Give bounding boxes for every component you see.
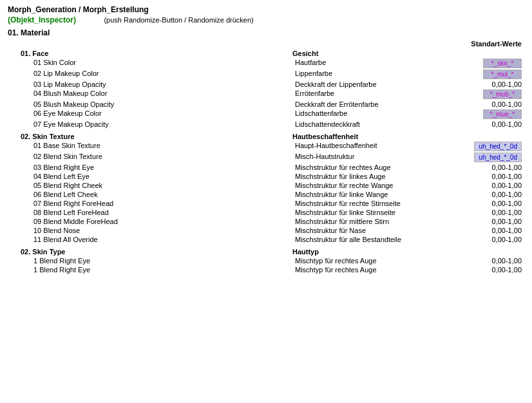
- skin-texture-item-4: 04 Blend Left Eye Mischstruktur für link…: [8, 172, 524, 181]
- skin-texture-item-3: 03 Blend Right Eye Mischstruktur für rec…: [8, 163, 524, 172]
- face-german-label: Gesicht: [292, 50, 318, 57]
- skin-type-item-2: 1 Blend Right Eye Mischtyp für rechtes A…: [8, 265, 524, 274]
- skin-texture-section-row: 02. Skin Texture Hautbeschaffenheit: [8, 129, 524, 141]
- skin-texture-item-11: 11 Blend All Overide Mischstruktur für a…: [8, 235, 524, 244]
- face-item-7: 07 Eye Makeup Opacity Lidschattendeckkra…: [8, 120, 524, 129]
- skin-type-label: 02. Skin Type: [21, 248, 66, 256]
- face-section-row: 01. Face Gesicht: [8, 49, 524, 58]
- skin-texture-item-1: 01 Base Skin Texture Haupt-Hautbeschaffe…: [8, 141, 524, 152]
- title-line: Morph_Generation / Morph_Erstellung: [8, 5, 524, 14]
- hint-text: (push Randomize-Button / Randomize drück…: [104, 16, 253, 24]
- badge-mul: *_mul_*: [483, 70, 522, 79]
- face-item-3: 03 Lip Makeup Opacity Deckkraft der Lipp…: [8, 80, 524, 89]
- skin-texture-item-8: 08 Blend Left ForeHead Mischstruktur für…: [8, 208, 524, 217]
- title-text: Morph_Generation / Morph_Erstellung: [8, 5, 149, 14]
- badge-skn: *_skn_*: [483, 59, 522, 68]
- skin-type-section-row: 02. Skin Type Hauttyp: [8, 244, 524, 256]
- subtitle-line: (Objekt_Inspector) (push Randomize-Butto…: [8, 15, 524, 24]
- face-item-5: 05 Blush Makeup Opacity Deckkraft der Er…: [8, 100, 524, 109]
- skin-type-german-label: Hauttyp: [292, 248, 319, 256]
- skin-texture-item-10: 10 Blend Nose Mischstruktur für Nase 0,0…: [8, 226, 524, 235]
- badge-mub: *_mub_*: [483, 89, 522, 99]
- skin-texture-german-label: Hautbeschaffenheit: [292, 133, 358, 140]
- skin-texture-item-7: 07 Blend Right ForeHead Mischstruktur fü…: [8, 199, 524, 208]
- subtitle-text: (Objekt_Inspector): [8, 15, 76, 24]
- face-item-6: 06 Eye Makeup Color Lidschattenfarbe *_m…: [8, 109, 524, 120]
- skin-type-item-1: 1 Blend Right Eye Mischtyp für rechtes A…: [8, 256, 524, 265]
- skin-texture-item-2: 02 Blend Skin Texture Misch-Hautstruktur…: [8, 152, 524, 163]
- badge-mue: *_mue_*: [483, 109, 522, 119]
- skin-texture-label: 02. Skin Texture: [21, 133, 75, 140]
- standards-header: Standart-Werte: [8, 40, 524, 48]
- section-material-label: 01. Material: [8, 28, 524, 37]
- face-item-2: 02 Lip Makeup Color Lippenfarbe *_mul_*: [8, 69, 524, 80]
- skin-texture-item-5: 05 Blend Right Cheek Mischstruktur für r…: [8, 181, 524, 190]
- face-label: 01. Face: [21, 50, 48, 57]
- badge-hed2: uh_hed_*_0d: [474, 153, 522, 162]
- badge-hed1: uh_hed_*_0d: [474, 142, 522, 151]
- skin-texture-item-6: 06 Blend Left Cheek Mischstruktur für li…: [8, 190, 524, 199]
- face-item-1: 01 Skin Color Hautfarbe *_skn_*: [8, 58, 524, 69]
- face-item-4: 04 Blush Makeup Color Errötenfarbe *_mub…: [8, 89, 524, 100]
- skin-texture-item-9: 09 Blend Middle ForeHead Mischstruktur f…: [8, 217, 524, 226]
